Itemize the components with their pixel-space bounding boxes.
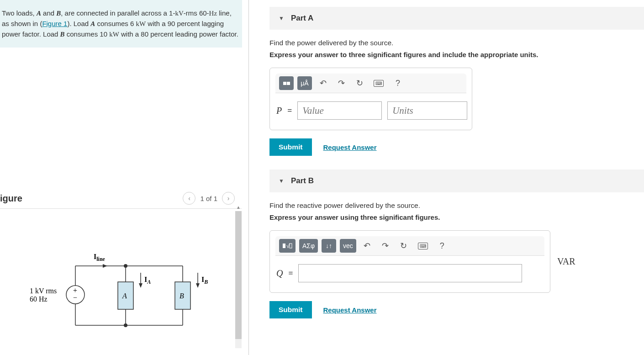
units-button[interactable]: μÅ xyxy=(297,76,312,90)
undo-button[interactable]: ↶ xyxy=(316,76,330,90)
answer-box-b: √ ΑΣφ ↓↑ vec ↶ ↷ ↻ ⌨ ? Q xyxy=(269,230,550,293)
request-answer-link[interactable]: Request Answer xyxy=(323,143,377,151)
figure-link[interactable]: Figure 1 xyxy=(42,20,67,27)
svg-marker-17 xyxy=(103,264,107,268)
svg-text:1 kV rms: 1 kV rms xyxy=(30,287,57,295)
svg-rect-27 xyxy=(283,244,285,248)
variable-q: Q xyxy=(276,268,283,279)
svg-marker-23 xyxy=(196,283,200,288)
answer-box-a: μÅ ↶ ↷ ↻ ⌨ ? P = xyxy=(269,68,472,130)
submit-button[interactable]: Submit xyxy=(269,301,312,318)
part-b-instructions: Express your answer using three signific… xyxy=(269,213,644,221)
svg-point-9 xyxy=(124,323,127,327)
equals-sign: = xyxy=(287,106,292,115)
svg-text:IB: IB xyxy=(201,276,208,285)
submit-button[interactable]: Submit xyxy=(269,138,312,156)
value-input[interactable] xyxy=(297,101,382,120)
figure-title: igure xyxy=(0,193,22,204)
circuit-diagram: + − A B Iline IA IB xyxy=(23,248,215,348)
redo-button[interactable]: ↷ xyxy=(334,76,348,90)
svg-text:−: − xyxy=(73,294,77,302)
caret-down-icon: ▼ xyxy=(279,178,284,184)
svg-text:A: A xyxy=(122,292,127,300)
redo-button[interactable]: ↷ xyxy=(378,239,393,253)
figure-next-button[interactable]: › xyxy=(222,192,235,205)
svg-text:IA: IA xyxy=(144,276,151,285)
svg-text:60 Hz: 60 Hz xyxy=(30,295,48,303)
part-b-title: Part B xyxy=(291,176,314,185)
help-button[interactable]: ? xyxy=(391,76,405,90)
svg-text:B: B xyxy=(179,292,184,300)
svg-text:Iline: Iline xyxy=(94,253,106,262)
part-b-prompt: Find the reactive power delivered by the… xyxy=(269,201,644,210)
undo-button[interactable]: ↶ xyxy=(360,239,375,253)
part-a-title: Part A xyxy=(291,14,313,23)
keyboard-icon: ⌨ xyxy=(374,80,384,87)
keyboard-icon: ⌨ xyxy=(418,243,428,249)
part-a-header[interactable]: ▼ Part A xyxy=(269,7,644,30)
request-answer-link[interactable]: Request Answer xyxy=(323,306,377,314)
problem-statement: Two loads, A and B, are connected in par… xyxy=(0,0,242,48)
caret-down-icon: ▼ xyxy=(279,15,284,21)
value-input[interactable] xyxy=(298,264,522,282)
figure-scrollbar[interactable]: ▲ xyxy=(235,211,242,348)
equals-sign: = xyxy=(288,269,293,278)
arrows-button[interactable]: ↓↑ xyxy=(322,239,336,253)
reset-button[interactable]: ↻ xyxy=(352,76,367,90)
svg-point-8 xyxy=(124,264,127,268)
scroll-up-icon[interactable]: ▲ xyxy=(235,205,242,211)
part-a: ▼ Part A Find the power delivered by the… xyxy=(269,7,644,163)
part-b-header[interactable]: ▼ Part B xyxy=(269,170,644,192)
help-button[interactable]: ? xyxy=(435,239,449,253)
variable-p: P xyxy=(276,106,282,116)
svg-marker-20 xyxy=(139,283,143,288)
svg-text:+: + xyxy=(73,286,77,294)
unit-var: VAR xyxy=(557,256,575,267)
svg-rect-29 xyxy=(290,244,292,248)
units-input[interactable] xyxy=(387,101,467,120)
vec-button[interactable]: vec xyxy=(340,239,356,253)
part-b: ▼ Part B Find the reactive power deliver… xyxy=(269,170,644,325)
templates-button[interactable] xyxy=(279,76,294,90)
scrollbar-thumb[interactable] xyxy=(235,211,242,339)
reset-button[interactable]: ↻ xyxy=(396,239,411,253)
greek-button[interactable]: ΑΣφ xyxy=(299,239,318,253)
sqrt-template-icon: √ xyxy=(282,242,292,250)
keyboard-button[interactable]: ⌨ xyxy=(415,239,431,253)
template-icon xyxy=(283,82,290,85)
figure-prev-button[interactable]: ‹ xyxy=(183,192,195,205)
figure-counter: 1 of 1 xyxy=(200,195,217,202)
part-a-instructions: Express your answer to three significant… xyxy=(269,51,644,58)
keyboard-button[interactable]: ⌨ xyxy=(370,76,387,90)
templates-button[interactable]: √ xyxy=(279,239,296,253)
part-a-prompt: Find the power delivered by the source. xyxy=(269,39,644,47)
